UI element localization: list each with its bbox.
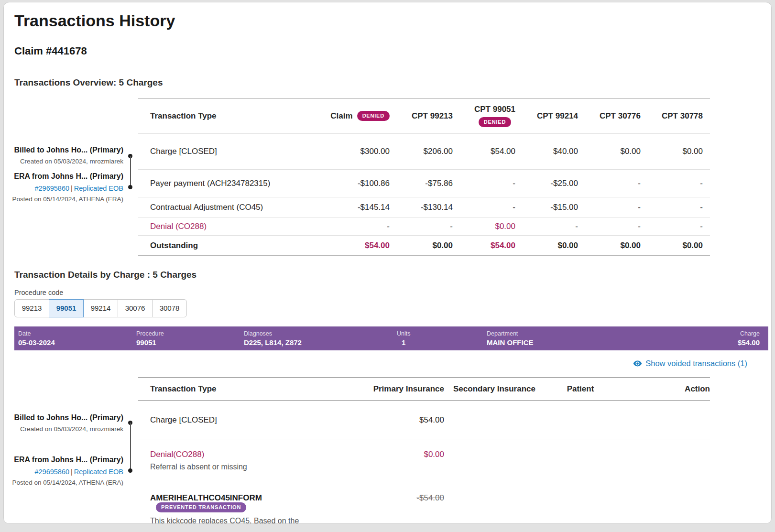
timeline-dot [128,185,132,189]
timeline-entry-subtitle: Posted on 05/14/2024, ATHENA (ERA) [3,479,123,487]
timeline-connector [130,156,131,187]
show-voided-transactions-label: Show voided transactions (1) [645,358,747,369]
col-cpt-99051: CPT 99051 DENIED [453,98,515,133]
timeline-entry-title: ERA from Johns H... (Primary) [3,455,123,465]
cell-action [616,478,710,524]
row-label: Charge [CLOSED] [138,133,296,170]
timeline-connector [130,423,131,470]
details-row-charge: Charge [CLOSED] $54.00 [138,400,710,439]
timeline-dot [128,468,132,473]
overview-heading: Transactions Overview: 5 Charges [14,77,771,88]
cell-action [616,439,710,478]
cell-value: - [578,170,641,197]
col-transaction-type: Transaction Type [138,377,349,400]
cell-value: -$75.86 [390,170,453,197]
timeline-entry-title: Billed to Johns Ho... (Primary) [3,145,123,155]
col-primary-insurance: Primary Insurance [349,377,444,400]
cell-value: - [515,217,578,236]
overview-header-row: Transaction Type Claim DENIED CPT 99213 … [138,98,710,133]
procedure-code-99214[interactable]: 99214 [83,299,118,317]
era-number-link[interactable]: #29695860 [34,468,69,476]
transactions-overview-table: Transaction Type Claim DENIED CPT 99213 … [138,98,710,256]
cell-value: -$145.14 [296,197,390,217]
procedure-code-30076[interactable]: 30076 [118,299,153,317]
cell-value: $0.00 [515,236,578,256]
eye-icon [633,359,642,368]
cell-value: -$130.14 [390,197,453,217]
era-number-link[interactable]: #29695860 [34,185,69,192]
cell-value: $0.00 [578,133,641,170]
voided-transactions-row: Show voided transactions (1) [14,358,747,370]
procedure-code-30078[interactable]: 30078 [152,299,187,317]
cell-value: -$15.00 [515,197,578,217]
col-claim: Claim DENIED [296,98,390,133]
timeline-entry-links: #29695860|Replicated EOB [3,467,123,476]
cell-primary-insurance: $54.00 [349,400,444,439]
details-section: Billed to Johns Ho... (Primary) Created … [14,377,710,524]
col-cpt-99213: CPT 99213 [390,98,453,133]
claim-number: Claim #441678 [14,44,771,58]
overview-section: Billed to Johns Ho... (Primary) Created … [14,98,710,256]
banner-charge-label: Charge [738,330,760,337]
cell-value: $0.00 [453,217,515,236]
show-voided-transactions-link[interactable]: Show voided transactions (1) [633,358,747,369]
timeline-entry-links: #29695860|Replicated EOB [3,184,123,193]
cell-value: $54.00 [453,236,515,256]
row-label: Denial(CO288) [150,449,349,459]
row-label: Outstanding [138,236,296,256]
cell-value: -$25.00 [515,170,578,197]
banner-department-value: MAIN OFFICE [487,338,738,347]
col-cpt-99214: CPT 99214 [515,98,578,133]
banner-charge: Charge $54.00 [738,330,760,347]
details-header-row: Transaction Type Primary Insurance Secon… [138,377,710,400]
timeline-entry-billed: Billed to Johns Ho... (Primary) Created … [3,145,123,165]
col-action: Action [616,377,710,400]
overview-row-payer-payment: Payer payment (ACH234782315) -$100.86 -$… [138,170,710,197]
banner-procedure: Procedure 99051 [136,330,244,347]
timeline-entry-title: ERA from Johns H... (Primary) [3,172,123,181]
col-patient: Patient [545,377,616,400]
cell-value: $0.00 [641,236,710,256]
cell-patient [545,478,616,524]
link-separator: | [71,185,73,192]
procedure-code-99051[interactable]: 99051 [49,299,84,317]
cell-value: $206.00 [390,133,453,170]
cell-primary-insurance: -$54.00 [349,478,444,524]
col-cpt-99051-label: CPT 99051 [474,104,515,114]
details-row-kickcode: AMERIHEALTHCO45INFORM PREVENTED TRANSACT… [138,478,710,524]
banner-date: Date 05-03-2024 [18,330,136,347]
replicated-eob-link[interactable]: Replicated EOB [74,468,123,476]
banner-department-label: Department [487,330,738,337]
banner-units-label: Units [397,330,410,337]
prevented-transaction-badge: PREVENTED TRANSACTION [156,502,246,512]
charge-summary-banner: Date 05-03-2024 Procedure 99051 Diagnose… [14,326,768,350]
cell-value: $54.00 [296,236,390,256]
row-description: This kickcode replaces CO45. Based on th… [150,516,349,524]
link-separator: | [71,468,73,476]
page-title: Transactions History [14,10,771,31]
timeline-entry-era: ERA from Johns H... (Primary) #29695860|… [3,455,123,487]
overview-row-contractual-adjustment: Contractual Adjustment (CO45) -$145.14 -… [138,197,710,217]
timeline-entry-subtitle: Posted on 05/14/2024, ATHENA (ERA) [3,195,123,203]
timeline-entry-title: Billed to Johns Ho... (Primary) [3,413,123,423]
timeline-entry-billed: Billed to Johns Ho... (Primary) Created … [3,413,123,433]
banner-diagnoses-value: D225, L814, Z872 [244,338,397,347]
cell-value: - [578,217,641,236]
banner-units-value: 1 [397,338,410,347]
cell-value: $54.00 [453,133,515,170]
cell-value: - [641,197,710,217]
cell-patient [545,400,616,439]
cell-value: $0.00 [641,133,710,170]
col-secondary-insurance: Secondary Insurance [444,377,545,400]
row-label: Payer payment (ACH234782315) [138,170,296,197]
timeline-entry-subtitle: Created on 05/03/2024, mrozmiarek [3,425,123,433]
overview-row-charge: Charge [CLOSED] $300.00 $206.00 $54.00 $… [138,133,710,170]
banner-procedure-value: 99051 [136,338,244,347]
transactions-history-card: Transactions History Claim #441678 Trans… [3,2,772,524]
banner-department: Department MAIN OFFICE [487,330,738,347]
procedure-code-99213[interactable]: 99213 [14,299,49,317]
col-transaction-type: Transaction Type [138,98,296,133]
denied-badge: DENIED [357,111,390,121]
row-description: Referral is absent or missing [150,462,349,472]
replicated-eob-link[interactable]: Replicated EOB [74,185,123,192]
